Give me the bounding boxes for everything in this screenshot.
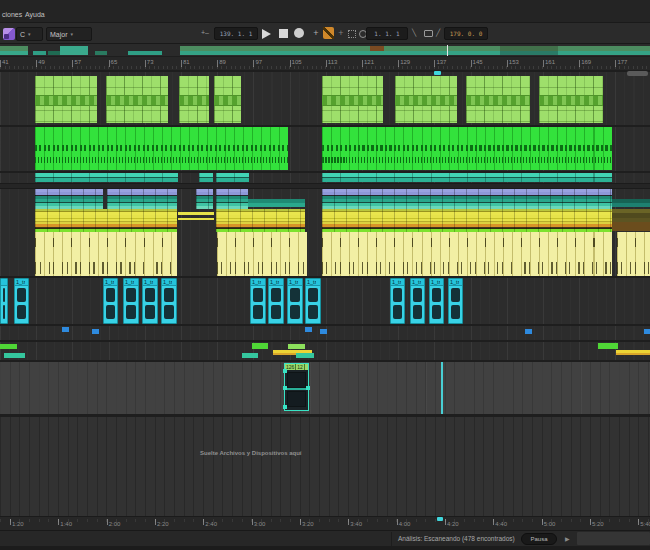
time-label: 4:40: [495, 521, 507, 527]
audio-clip-name: 1_tr: [450, 279, 459, 285]
selected-video-clip[interactable]: 126 12: [284, 363, 309, 411]
time-label: 5:40: [640, 521, 650, 527]
mini-clip[interactable]: [305, 327, 312, 332]
pause-scan-button[interactable]: Pausa: [521, 533, 557, 545]
video-track-row: [0, 362, 650, 414]
video-clip-label: 12: [296, 364, 305, 370]
playhead-line: [441, 362, 443, 414]
time-ruler[interactable]: 1:201:402:002:202:403:003:203:404:004:20…: [0, 516, 650, 530]
time-tick: [542, 519, 543, 525]
automation-stripes[interactable]: [612, 199, 650, 207]
automation-stripes[interactable]: [107, 189, 177, 209]
mini-clip[interactable]: [598, 343, 618, 349]
row-separator: [0, 70, 650, 72]
mini-clip[interactable]: [288, 344, 305, 349]
audio-clip[interactable]: 1_tr: [250, 278, 266, 324]
time-tick: [203, 519, 204, 525]
mini-clip[interactable]: [525, 329, 532, 334]
automation-stripes[interactable]: [196, 189, 213, 209]
automation-stripes[interactable]: [35, 189, 103, 209]
midi-clip[interactable]: [35, 76, 97, 123]
playhead-marker-top[interactable]: [434, 71, 441, 75]
audio-clip[interactable]: [0, 278, 8, 324]
automation-stripes[interactable]: [322, 189, 612, 209]
teal-clip[interactable]: [35, 173, 178, 182]
automation-stripes[interactable]: [612, 209, 650, 222]
midi-clip[interactable]: [179, 76, 209, 123]
audio-clip[interactable]: 1_tr: [103, 278, 118, 324]
mini-clip[interactable]: [320, 329, 327, 334]
audio-clip[interactable]: 1_tr: [14, 278, 29, 324]
status-side-panel: [577, 532, 650, 545]
audio-clip-name: 1_tr: [431, 279, 440, 285]
audio-clip[interactable]: 1_tr: [410, 278, 425, 324]
audio-clip[interactable]: 1_tr: [390, 278, 405, 324]
row-separator: [0, 340, 650, 342]
midi-clip[interactable]: [539, 76, 603, 123]
midi-clip[interactable]: [395, 76, 457, 123]
midi-clip[interactable]: [35, 232, 177, 276]
automation-stripes[interactable]: [248, 199, 305, 207]
resume-scan-icon[interactable]: ▶: [565, 535, 570, 542]
teal-clip[interactable]: [216, 173, 249, 182]
window-bottom-edge: [0, 546, 650, 550]
time-label: 2:40: [205, 521, 217, 527]
drop-zone-row[interactable]: [0, 417, 650, 516]
automation-stripes[interactable]: [322, 209, 612, 232]
video-clip-labels: 126 12: [285, 364, 308, 370]
mini-clip[interactable]: [62, 327, 69, 332]
playhead-marker-bottom[interactable]: [437, 517, 443, 521]
midi-clip[interactable]: [322, 76, 383, 123]
midi-clip[interactable]: [322, 232, 612, 276]
audio-clip[interactable]: 1_tr: [287, 278, 303, 324]
midi-clip[interactable]: [322, 127, 612, 170]
automation-stripes[interactable]: [216, 209, 305, 232]
audio-clip[interactable]: 1_tr: [142, 278, 158, 324]
time-label: 1:40: [60, 521, 72, 527]
time-tick: [10, 519, 11, 525]
mini-clip[interactable]: [644, 329, 650, 334]
teal-clip[interactable]: [322, 173, 612, 182]
automation-stripes[interactable]: [216, 189, 248, 209]
audio-clip-name: 1_tr: [412, 279, 421, 285]
audio-clip[interactable]: 1_tr: [429, 278, 444, 324]
scrollbar-handle[interactable]: [627, 71, 648, 76]
audio-clip[interactable]: 1_tr: [123, 278, 139, 324]
selection-handle[interactable]: [283, 386, 287, 390]
time-tick: [300, 519, 301, 525]
midi-clip[interactable]: [106, 76, 168, 123]
midi-clip[interactable]: [217, 232, 307, 276]
selection-handle[interactable]: [283, 405, 287, 409]
time-label: 3:20: [302, 521, 314, 527]
automation-stripes[interactable]: [612, 222, 650, 231]
video-frame-thumb: [287, 391, 306, 407]
audio-clip[interactable]: 1_tr: [268, 278, 284, 324]
audio-clip[interactable]: 1_tr: [448, 278, 463, 324]
teal-clip[interactable]: [199, 173, 213, 182]
audio-clip[interactable]: 1_tr: [161, 278, 177, 324]
mini-clip[interactable]: [0, 344, 17, 349]
selection-handle[interactable]: [306, 386, 310, 390]
status-divider: [391, 532, 392, 546]
midi-clip[interactable]: [35, 127, 288, 170]
mini-clip[interactable]: [4, 353, 25, 358]
automation-stripes[interactable]: [178, 211, 214, 222]
mini-clip[interactable]: [296, 353, 314, 358]
time-label: 5:00: [544, 521, 556, 527]
mini-clip[interactable]: [242, 353, 258, 358]
midi-clip[interactable]: [466, 76, 530, 123]
time-label: 2:20: [157, 521, 169, 527]
automation-stripes[interactable]: [35, 209, 177, 232]
selection-handle[interactable]: [283, 369, 287, 373]
time-tick: [397, 519, 398, 525]
analysis-status-text: Análisis: Escaneando (478 encontrados): [398, 535, 515, 542]
midi-clip[interactable]: [214, 76, 241, 123]
midi-clip[interactable]: [617, 232, 650, 276]
mini-clip[interactable]: [616, 350, 650, 355]
mini-clip[interactable]: [92, 329, 99, 334]
audio-clip[interactable]: 1_tr: [305, 278, 321, 324]
time-tick: [638, 519, 639, 525]
mini-clip[interactable]: [252, 343, 268, 349]
time-label: 3:00: [254, 521, 266, 527]
audio-clip-name: 1_tr: [252, 279, 261, 285]
